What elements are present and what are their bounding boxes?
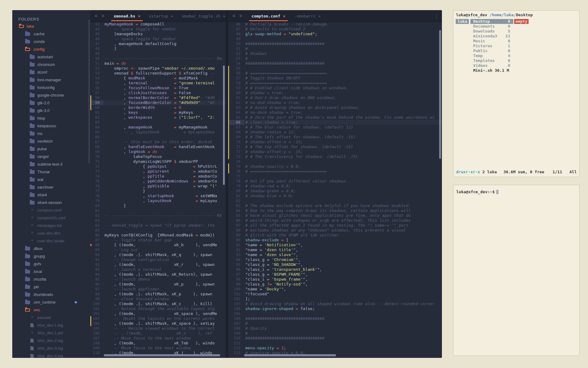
sidebar-item-xfce4[interactable]: xfce4 [12,191,90,199]
ranger-entry-downloads[interactable]: Downloads5 [470,29,513,34]
sidebar-scrollbar[interactable] [89,19,90,163]
code-line: 100"name = 'Docky'", [228,287,442,292]
sidebar-item-xfce-dev-4-log[interactable]: xfce_dev:4.log [12,352,90,358]
next-tab-arrow-icon[interactable]: > [102,13,104,19]
sidebar-item-sublime-text-3[interactable]: sublime-text-3 [12,160,90,168]
sidebar-item-dconf[interactable]: dconf [12,68,90,76]
line-number: 58 [90,95,103,100]
sidebar-item-mc[interactable]: mc [12,130,90,137]
sidebar-item--vnc[interactable]: .vnc [12,306,90,314]
code-text: , clickJustFocuses = False [104,90,191,95]
sidebar-item--thumbnails[interactable]: .thumbnails [12,291,90,298]
overflow-menu-icon[interactable]: ⋮ [434,14,439,17]
tab-xmonad-hs[interactable]: xmonad.hs× [109,10,145,22]
sidebar-item-neofetch[interactable]: neofetch [12,137,90,145]
sidebar-item-thunar[interactable]: Thunar [12,168,90,176]
sidebar-item-ranger[interactable]: ranger [12,153,90,160]
sidebar-item-label: xfce_dev:3.log [37,346,63,351]
sidebar-item-xfce-dev-2-log[interactable]: xfce_dev:2.log [12,337,90,344]
prev-tab-arrow-icon[interactable]: < [232,13,235,19]
ranger-entry-music[interactable]: Music0 [470,39,513,44]
left-code-area[interactable]: 43myManageHook = composeAll44 -- space t… [90,22,226,358]
ranger-filter: All [570,170,577,174]
ranger-file-entry[interactable]: Mini~.sh 36.1 M [473,68,509,73]
pane-divider[interactable] [226,10,228,358]
right-vertical-scrollbar[interactable] [439,30,441,159]
ranger-entry-desktop[interactable]: Desktop0 [470,19,513,24]
sidebar-item-font-manager[interactable]: font-manager [12,76,90,84]
sidebar-item-htop[interactable]: htop [12,114,90,122]
sidebar-item-autostart[interactable]: autostart [12,53,90,61]
ranger-entry-documents[interactable]: Documents0 [470,24,513,29]
sidebar-item--gnupg[interactable]: .gnupg [12,252,90,260]
ranger-entry-count: 0 [508,24,513,29]
ranger-entry-temp[interactable]: Temp4 [470,53,513,58]
folder-icon [25,255,30,258]
line-number: 51 [90,61,103,66]
sidebar-item-xfce-dev-1-pid[interactable]: *xfce_dev:1.pid [12,329,90,337]
close-tab-icon[interactable]: × [171,14,173,18]
sidebar-item-google-chrome[interactable]: google-chrome [12,91,90,99]
sidebar-item-label: keepassxc [37,124,56,128]
ranger-entry-miniconda3[interactable]: miniconda322 [470,34,513,39]
sidebar-item-pulse[interactable]: pulse [12,145,90,153]
shell-terminal[interactable]: luka@xfce_dev:~$ [453,185,580,356]
left-horizontal-scrollbar[interactable] [104,354,220,356]
left-vertical-scrollbar[interactable] [223,65,225,185]
sidebar-item-xfce-dev-3-log[interactable]: xfce_dev:3.log [12,344,90,352]
code-text: "class_g = 'NO_SHADOW'", [245,262,303,267]
sidebar-item-user-dirs-dirs[interactable]: *user-dirs.dirs [12,229,90,237]
sidebar-item--local[interactable]: .local [12,268,90,275]
tab-xstartup[interactable]: xstartup× [145,10,177,22]
sidebar-item--config[interactable]: .config [12,45,90,53]
sidebar-item-chromium[interactable]: chromium [12,61,90,68]
sidebar-item--vim-runtime[interactable]: .vim_runtime [12,298,90,306]
tab-compton-conf[interactable]: compton.conf× [247,10,290,22]
tab--xmobarrc[interactable]: .xmobarrc× [290,10,325,22]
sidebar-item-xfce-dev-1-log[interactable]: xfce_dev:1.log [12,321,90,329]
sidebar-item-xfce4-session[interactable]: xfce4-session [12,199,90,206]
sidebar-item--mozilla[interactable]: .mozilla [12,275,90,283]
close-tab-icon[interactable]: × [318,14,321,18]
ranger-parent-dir[interactable]: luka [456,19,469,24]
code-text: # The shadow exclude options are helpful… [245,203,411,208]
code-line: 110################################# [228,336,442,341]
sidebar-item--pki[interactable]: .pki [12,283,90,291]
sidebar-item-compton01-conf[interactable]: *compton01.conf [12,214,90,222]
sidebar-item-wal[interactable]: wal [12,176,90,183]
sidebar-item-gtk-3-0[interactable]: gtk-3.0 [12,107,90,114]
sidebar-item-fontconfig[interactable]: fontconfig [12,84,90,91]
sidebar-item-gtk-2-0[interactable]: gtk-2.0 [12,99,90,107]
line-number: 50 [228,41,244,46]
code-line: 89 -- Log out [90,247,226,252]
right-horizontal-scrollbar[interactable] [244,354,336,356]
ranger-entry-public[interactable]: Public0 [470,48,513,53]
sidebar-item-mimeapps-list[interactable]: *mimeapps.list [12,222,90,229]
code-text: # # The left offset for shadows. (defaul… [245,135,356,140]
ranger-entry-pictures[interactable]: Pictures1 [470,44,513,48]
code-line: 64 , manageHook = myManageHook [90,125,226,130]
sidebar-item--dbus[interactable]: .dbus [12,245,90,252]
code-line: 98"class_i = 'bspwm_frame'", [228,277,442,282]
sidebar-item-luka[interactable]: luka [12,22,90,30]
sidebar-item-passwd[interactable]: *passwd [12,314,90,321]
sidebar-item-label: xarchiver [37,185,54,190]
sidebar-item-user-dirs-locale[interactable]: *user-dirs.locale [12,237,90,245]
close-tab-icon[interactable]: × [223,14,225,18]
ranger-entry-videos[interactable]: Videos0 [470,63,513,68]
next-tab-arrow-icon[interactable]: > [239,13,242,19]
close-tab-icon[interactable]: × [138,14,141,18]
prev-tab-arrow-icon[interactable]: < [95,13,97,19]
tab-xmobar-toggle-sh[interactable]: xmobar_toggle.sh× [178,10,230,22]
sidebar-item-compton-conf[interactable]: *compton.conf [12,206,90,214]
sidebar-item--cache[interactable]: .cache [12,30,90,38]
sidebar-item-keepassxc[interactable]: keepassxc [12,122,90,130]
ranger-entry-templates[interactable]: Templates0 [470,58,513,63]
right-code-area[interactable]: 46# Partially breaks --resize-damage.47#… [228,22,442,358]
close-tab-icon[interactable]: × [283,14,285,18]
code-text: , ((modm, xK_r ), spawn [104,262,215,267]
sidebar-item-xarchiver[interactable]: xarchiver [12,183,90,191]
sidebar-item--conda[interactable]: .conda [12,38,90,45]
sidebar-item-label: xfce_dev:1.log [37,323,63,328]
sidebar-item--gvfs[interactable]: .gvfs [12,260,90,268]
